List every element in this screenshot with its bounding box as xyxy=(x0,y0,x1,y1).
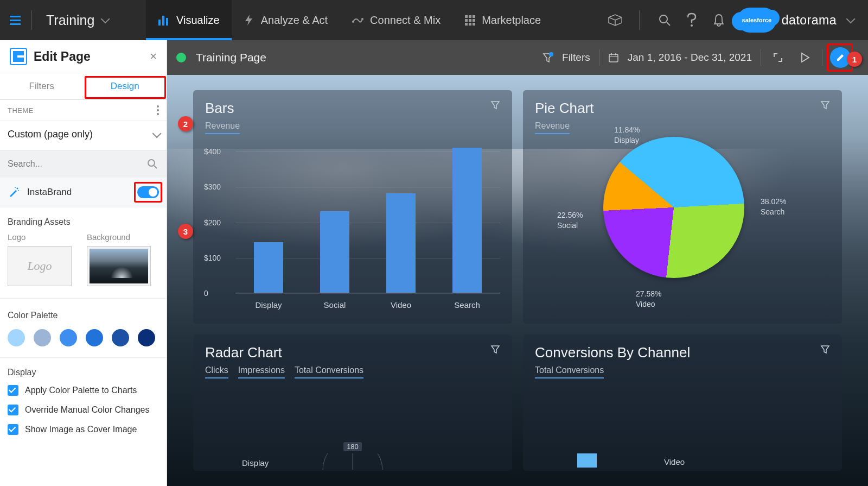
palette-swatch[interactable] xyxy=(138,329,155,346)
radar-partial-arc xyxy=(320,453,385,470)
sidebar-title: Edit Page xyxy=(34,49,143,64)
svg-line-15 xyxy=(667,22,670,26)
filter-icon[interactable] xyxy=(820,344,830,354)
sidebar-tabs: Filters Design xyxy=(0,73,167,100)
checkbox[interactable] xyxy=(8,424,18,435)
expand-icon[interactable] xyxy=(770,49,786,66)
close-icon[interactable]: × xyxy=(150,49,157,64)
status-dot-icon xyxy=(176,53,186,62)
conversion-axis-label: Video xyxy=(664,457,685,466)
widget-conversions[interactable]: Conversions By Channel Total Conversions… xyxy=(523,334,842,471)
theme-section-label: THEME xyxy=(8,106,34,115)
date-range-text: Jan 1, 2016 - Dec 31, 2021 xyxy=(628,52,752,64)
svg-rect-6 xyxy=(469,15,471,18)
svg-rect-2 xyxy=(166,18,168,26)
background-upload[interactable] xyxy=(87,246,151,286)
svg-rect-5 xyxy=(465,15,468,18)
help-icon[interactable] xyxy=(684,12,699,28)
nav-tab-label: Marketplace xyxy=(482,14,541,27)
widget-pie[interactable]: Pie Chart Revenue 38.02%Search27.58%Vide… xyxy=(523,90,842,324)
nav-tab-marketplace[interactable]: Marketplace xyxy=(452,0,553,40)
filter-icon[interactable] xyxy=(820,100,830,110)
checkbox[interactable] xyxy=(8,405,18,415)
nav-tab-visualize[interactable]: Visualize xyxy=(146,0,232,40)
chevron-down-icon xyxy=(152,129,162,138)
page-title: Training Page xyxy=(196,51,266,64)
nav-tab-label: Connect & Mix xyxy=(370,14,441,27)
display-option-label: Apply Color Palette to Charts xyxy=(25,386,137,395)
filter-icon[interactable] xyxy=(490,100,500,110)
svg-rect-11 xyxy=(465,23,468,26)
logo-asset: Logo Logo xyxy=(8,232,72,286)
palette-swatch[interactable] xyxy=(34,329,51,346)
cube-icon[interactable] xyxy=(607,12,622,28)
logo-label: Logo xyxy=(8,232,72,242)
menu-hamburger-icon[interactable] xyxy=(4,9,26,31)
background-asset: Background xyxy=(87,232,151,286)
layout-icon xyxy=(10,48,27,65)
color-palette-label: Color Palette xyxy=(0,299,167,326)
search-icon[interactable] xyxy=(657,12,672,28)
instabrand-row: InstaBrand xyxy=(0,178,167,207)
more-menu-icon[interactable] xyxy=(157,105,159,115)
filters-button[interactable]: Filters xyxy=(534,52,599,64)
svg-point-17 xyxy=(549,52,553,56)
filter-icon[interactable] xyxy=(490,344,500,354)
theme-selector[interactable]: Custom (page only) xyxy=(0,121,167,150)
nav-tabs: Visualize Analyze & Act Connect & Mix Ma… xyxy=(146,0,553,40)
calendar-icon xyxy=(608,52,619,63)
svg-point-14 xyxy=(660,15,667,23)
radar-tick: 180 xyxy=(343,442,362,451)
palette-swatch[interactable] xyxy=(112,329,129,346)
display-option-label: Override Manual Color Changes xyxy=(25,405,149,415)
svg-rect-10 xyxy=(473,19,475,22)
search-input[interactable] xyxy=(0,150,147,178)
svg-rect-1 xyxy=(162,16,164,26)
svg-point-25 xyxy=(15,187,16,188)
nav-tab-label: Visualize xyxy=(176,14,220,27)
palette-swatch[interactable] xyxy=(8,329,25,346)
chevron-down-icon[interactable] xyxy=(846,14,856,23)
checkbox[interactable] xyxy=(8,385,18,396)
palette-swatch[interactable] xyxy=(60,329,77,346)
bar-chart: 0$100$200$300$400DisplaySocialVideoSearc… xyxy=(235,144,500,293)
workspace-switcher[interactable]: Training xyxy=(37,12,146,28)
display-option-row: Show Image as Cover Image xyxy=(8,420,159,439)
widget-radar[interactable]: Radar Chart Clicks Impressions Total Con… xyxy=(193,334,512,471)
sidebar-header: Edit Page × xyxy=(0,40,167,73)
svg-point-22 xyxy=(148,160,155,166)
salesforce-cloud-icon: salesforce xyxy=(737,8,776,33)
palette-swatch[interactable] xyxy=(86,329,103,346)
nav-tab-analyze[interactable]: Analyze & Act xyxy=(232,0,340,40)
svg-rect-7 xyxy=(473,15,475,18)
chevron-down-icon xyxy=(101,14,110,23)
bell-icon[interactable] xyxy=(711,12,726,28)
date-range-picker[interactable]: Jan 1, 2016 - Dec 31, 2021 xyxy=(599,52,761,64)
background-label: Background xyxy=(87,232,151,242)
svg-point-24 xyxy=(17,188,18,190)
annotation-callout-1: 1 xyxy=(847,52,862,67)
widget-bars[interactable]: Bars Revenue 0$100$200$300$400DisplaySoc… xyxy=(193,90,512,324)
annotation-highlight xyxy=(85,76,166,99)
svg-rect-12 xyxy=(469,23,471,26)
svg-rect-0 xyxy=(158,20,161,26)
tab-filters[interactable]: Filters xyxy=(0,73,84,99)
svg-rect-18 xyxy=(609,54,618,62)
search-icon[interactable] xyxy=(147,159,167,169)
dashboard-canvas: Bars Revenue 0$100$200$300$400DisplaySoc… xyxy=(167,75,868,486)
conversion-bar-partial xyxy=(577,453,597,468)
svg-line-23 xyxy=(154,166,157,168)
annotation-callout-3: 3 xyxy=(178,224,193,239)
widget-metric: Total Conversions xyxy=(295,365,363,378)
svg-point-3 xyxy=(352,21,354,23)
top-nav: Training Visualize Analyze & Act Connect… xyxy=(0,0,868,40)
display-section-label: Display xyxy=(8,368,159,381)
nav-utility-icons xyxy=(607,10,737,30)
logo-upload[interactable]: Logo xyxy=(8,246,72,286)
nav-tab-label: Analyze & Act xyxy=(261,14,328,27)
filter-icon xyxy=(542,52,553,63)
widget-metric: Total Conversions xyxy=(535,365,604,378)
theme-name: Custom (page only) xyxy=(8,129,93,140)
nav-tab-connect[interactable]: Connect & Mix xyxy=(340,0,452,40)
play-icon[interactable] xyxy=(797,49,813,66)
